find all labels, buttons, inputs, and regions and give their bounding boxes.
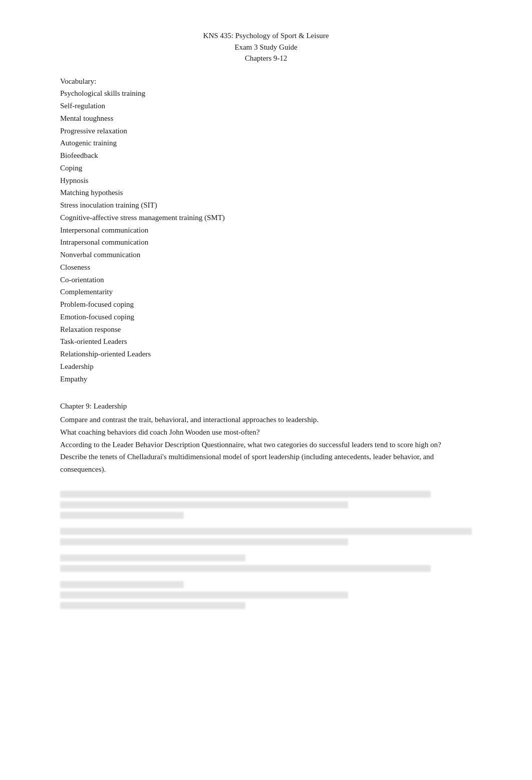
blurred-line (60, 528, 472, 535)
blurred-line (60, 538, 348, 545)
list-item: Empathy (60, 373, 472, 385)
blurred-line (60, 491, 431, 498)
chapter9-question-1: Compare and contrast the trait, behavior… (60, 414, 472, 426)
list-item: Task-oriented Leaders (60, 335, 472, 348)
page-header: KNS 435: Psychology of Sport & Leisure E… (60, 30, 472, 64)
blurred-section (60, 491, 472, 609)
list-item: Stress inoculation training (SIT) (60, 199, 472, 212)
blurred-line (60, 581, 184, 588)
header-line-3: Chapters 9-12 (60, 53, 472, 64)
list-item: Relaxation response (60, 323, 472, 336)
list-item: Progressive relaxation (60, 125, 472, 137)
blurred-line (60, 512, 184, 519)
list-item: Relationship-oriented Leaders (60, 348, 472, 360)
list-item: Biofeedback (60, 149, 472, 162)
list-item: Problem-focused coping (60, 298, 472, 311)
chapter9-section: Chapter 9: Leadership Compare and contra… (60, 400, 472, 476)
vocabulary-label: Vocabulary: (60, 75, 472, 88)
blurred-line (60, 554, 245, 561)
blurred-block-3 (60, 554, 472, 572)
blurred-block-1 (60, 491, 472, 519)
page: KNS 435: Psychology of Sport & Leisure E… (0, 0, 532, 780)
chapter9-question-4: Describe the tenets of Chelladurai's mul… (60, 451, 472, 476)
blurred-line (60, 565, 431, 572)
list-item: Mental toughness (60, 112, 472, 125)
list-item: Cognitive-affective stress management tr… (60, 212, 472, 224)
list-item: Leadership (60, 360, 472, 373)
chapter9-question-2: What coaching behaviors did coach John W… (60, 426, 472, 439)
vocabulary-section: Vocabulary: Psychological skills trainin… (60, 75, 472, 385)
list-item: Interpersonal communication (60, 224, 472, 237)
list-item: Complementarity (60, 286, 472, 298)
list-item: Co-orientation (60, 274, 472, 286)
blurred-block-2 (60, 528, 472, 545)
list-item: Autogenic training (60, 137, 472, 149)
list-item: Closeness (60, 261, 472, 274)
blurred-line (60, 501, 348, 508)
list-item: Matching hypothesis (60, 186, 472, 199)
blurred-block-4 (60, 581, 472, 609)
chapter9-title: Chapter 9: Leadership (60, 400, 472, 413)
list-item: Coping (60, 162, 472, 174)
list-item: Hypnosis (60, 174, 472, 187)
list-item: Emotion-focused coping (60, 311, 472, 323)
list-item: Intrapersonal communication (60, 236, 472, 249)
list-item: Psychological skills training (60, 87, 472, 100)
list-item: Self-regulation (60, 100, 472, 112)
list-item: Nonverbal communication (60, 249, 472, 261)
blurred-line (60, 592, 348, 599)
chapter9-question-3: According to the Leader Behavior Descrip… (60, 439, 472, 451)
header-line-1: KNS 435: Psychology of Sport & Leisure (60, 30, 472, 42)
header-line-2: Exam 3 Study Guide (60, 42, 472, 53)
blurred-line (60, 602, 245, 609)
